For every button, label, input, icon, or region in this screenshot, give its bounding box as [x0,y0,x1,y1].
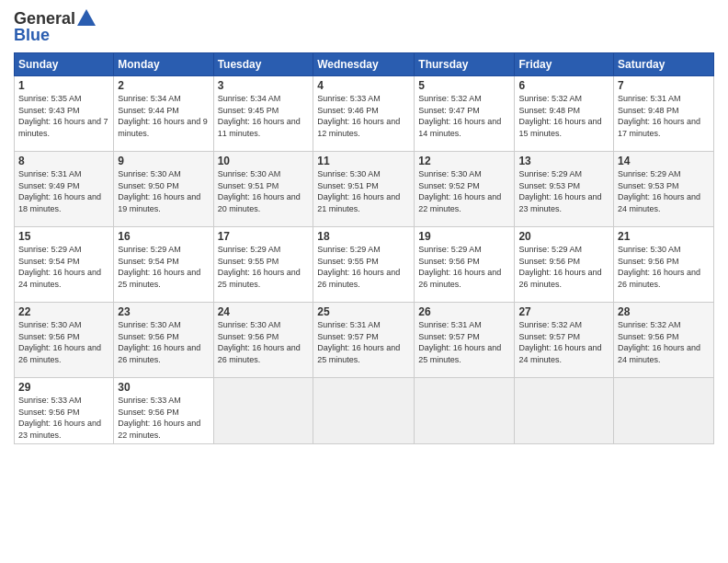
calendar-cell [415,378,515,444]
day-number: 21 [618,230,710,243]
calendar-cell: 13Sunrise: 5:29 AMSunset: 9:53 PMDayligh… [515,152,614,227]
calendar-header-row: SundayMondayTuesdayWednesdayThursdayFrid… [15,53,714,76]
day-number: 26 [418,305,510,318]
calendar-week-row: 29Sunrise: 5:33 AMSunset: 9:56 PMDayligh… [15,378,714,444]
day-info: Sunrise: 5:30 AMSunset: 9:56 PMDaylight:… [618,244,710,290]
calendar-cell: 8Sunrise: 5:31 AMSunset: 9:49 PMDaylight… [15,152,114,227]
calendar-cell: 23Sunrise: 5:30 AMSunset: 9:56 PMDayligh… [114,303,213,378]
day-header-thursday: Thursday [415,53,515,76]
day-number: 27 [518,305,609,318]
day-number: 17 [218,230,310,243]
day-info: Sunrise: 5:32 AMSunset: 9:56 PMDaylight:… [618,319,710,365]
day-number: 6 [518,79,609,92]
header: General Blue [14,9,714,45]
day-info: Sunrise: 5:33 AMSunset: 9:46 PMDaylight:… [317,93,410,139]
day-number: 29 [18,381,109,394]
day-number: 12 [418,155,510,167]
day-header-sunday: Sunday [15,53,114,76]
calendar-table: SundayMondayTuesdayWednesdayThursdayFrid… [14,52,714,444]
calendar-cell: 11Sunrise: 5:30 AMSunset: 9:51 PMDayligh… [313,152,415,227]
day-info: Sunrise: 5:31 AMSunset: 9:49 PMDaylight:… [18,168,109,214]
day-info: Sunrise: 5:30 AMSunset: 9:56 PMDaylight:… [118,319,209,365]
day-info: Sunrise: 5:30 AMSunset: 9:56 PMDaylight:… [18,319,109,365]
day-number: 2 [118,79,209,92]
calendar-cell [515,378,614,444]
day-number: 3 [218,79,310,92]
day-number: 23 [118,305,209,318]
day-info: Sunrise: 5:31 AMSunset: 9:48 PMDaylight:… [618,93,710,139]
day-header-monday: Monday [114,53,213,76]
calendar-cell: 18Sunrise: 5:29 AMSunset: 9:55 PMDayligh… [313,227,415,303]
logo-blue-text: Blue [14,26,96,45]
calendar-cell: 30Sunrise: 5:33 AMSunset: 9:56 PMDayligh… [114,378,213,444]
calendar-cell: 4Sunrise: 5:33 AMSunset: 9:46 PMDaylight… [313,76,415,152]
logo: General Blue [14,9,96,45]
calendar-cell: 16Sunrise: 5:29 AMSunset: 9:54 PMDayligh… [114,227,213,303]
day-info: Sunrise: 5:29 AMSunset: 9:55 PMDaylight:… [317,244,410,290]
day-number: 28 [618,305,710,318]
day-number: 7 [618,79,710,92]
calendar-cell: 19Sunrise: 5:29 AMSunset: 9:56 PMDayligh… [415,227,515,303]
day-number: 5 [418,79,510,92]
day-number: 30 [118,381,209,394]
calendar-cell: 9Sunrise: 5:30 AMSunset: 9:50 PMDaylight… [114,152,213,227]
day-info: Sunrise: 5:32 AMSunset: 9:57 PMDaylight:… [518,319,609,365]
day-info: Sunrise: 5:34 AMSunset: 9:44 PMDaylight:… [118,93,209,139]
day-info: Sunrise: 5:31 AMSunset: 9:57 PMDaylight:… [418,319,510,365]
day-info: Sunrise: 5:35 AMSunset: 9:43 PMDaylight:… [18,93,109,139]
day-header-friday: Friday [515,53,614,76]
calendar-cell: 5Sunrise: 5:32 AMSunset: 9:47 PMDaylight… [415,76,515,152]
calendar-cell: 29Sunrise: 5:33 AMSunset: 9:56 PMDayligh… [15,378,114,444]
day-number: 19 [418,230,510,243]
day-info: Sunrise: 5:33 AMSunset: 9:56 PMDaylight:… [118,395,209,441]
day-number: 20 [518,230,609,243]
day-number: 16 [118,230,209,243]
calendar-page: General Blue SundayMondayTuesdayWednesda… [0,0,728,563]
day-info: Sunrise: 5:32 AMSunset: 9:47 PMDaylight:… [418,93,510,139]
day-number: 22 [18,305,109,318]
calendar-cell: 6Sunrise: 5:32 AMSunset: 9:48 PMDaylight… [515,76,614,152]
calendar-week-row: 8Sunrise: 5:31 AMSunset: 9:49 PMDaylight… [15,152,714,227]
day-info: Sunrise: 5:30 AMSunset: 9:50 PMDaylight:… [118,168,209,214]
day-number: 14 [618,155,710,167]
calendar-cell [213,378,313,444]
day-info: Sunrise: 5:29 AMSunset: 9:53 PMDaylight:… [618,168,710,214]
day-info: Sunrise: 5:31 AMSunset: 9:57 PMDaylight:… [317,319,410,365]
calendar-cell: 24Sunrise: 5:30 AMSunset: 9:56 PMDayligh… [213,303,313,378]
day-info: Sunrise: 5:29 AMSunset: 9:55 PMDaylight:… [218,244,310,290]
logo-icon [77,9,96,26]
calendar-week-row: 15Sunrise: 5:29 AMSunset: 9:54 PMDayligh… [15,227,714,303]
day-number: 15 [18,230,109,243]
calendar-cell [614,378,714,444]
svg-marker-0 [77,9,96,26]
calendar-cell: 20Sunrise: 5:29 AMSunset: 9:56 PMDayligh… [515,227,614,303]
day-info: Sunrise: 5:32 AMSunset: 9:48 PMDaylight:… [518,93,609,139]
calendar-cell: 27Sunrise: 5:32 AMSunset: 9:57 PMDayligh… [515,303,614,378]
calendar-cell: 2Sunrise: 5:34 AMSunset: 9:44 PMDaylight… [114,76,213,152]
day-info: Sunrise: 5:30 AMSunset: 9:51 PMDaylight:… [218,168,310,214]
calendar-week-row: 1Sunrise: 5:35 AMSunset: 9:43 PMDaylight… [15,76,714,152]
day-info: Sunrise: 5:34 AMSunset: 9:45 PMDaylight:… [218,93,310,139]
calendar-cell: 14Sunrise: 5:29 AMSunset: 9:53 PMDayligh… [614,152,714,227]
day-number: 11 [317,155,410,167]
calendar-cell: 21Sunrise: 5:30 AMSunset: 9:56 PMDayligh… [614,227,714,303]
calendar-week-row: 22Sunrise: 5:30 AMSunset: 9:56 PMDayligh… [15,303,714,378]
day-number: 25 [317,305,410,318]
day-number: 1 [18,79,109,92]
calendar-cell: 15Sunrise: 5:29 AMSunset: 9:54 PMDayligh… [15,227,114,303]
day-info: Sunrise: 5:29 AMSunset: 9:53 PMDaylight:… [518,168,609,214]
day-number: 18 [317,230,410,243]
day-info: Sunrise: 5:29 AMSunset: 9:54 PMDaylight:… [18,244,109,290]
day-number: 4 [317,79,410,92]
calendar-cell: 25Sunrise: 5:31 AMSunset: 9:57 PMDayligh… [313,303,415,378]
day-info: Sunrise: 5:29 AMSunset: 9:56 PMDaylight:… [418,244,510,290]
calendar-cell: 28Sunrise: 5:32 AMSunset: 9:56 PMDayligh… [614,303,714,378]
calendar-cell: 26Sunrise: 5:31 AMSunset: 9:57 PMDayligh… [415,303,515,378]
day-header-tuesday: Tuesday [213,53,313,76]
day-info: Sunrise: 5:29 AMSunset: 9:56 PMDaylight:… [518,244,609,290]
calendar-cell: 7Sunrise: 5:31 AMSunset: 9:48 PMDaylight… [614,76,714,152]
calendar-cell: 12Sunrise: 5:30 AMSunset: 9:52 PMDayligh… [415,152,515,227]
day-number: 13 [518,155,609,167]
day-info: Sunrise: 5:30 AMSunset: 9:56 PMDaylight:… [218,319,310,365]
day-number: 9 [118,155,209,167]
